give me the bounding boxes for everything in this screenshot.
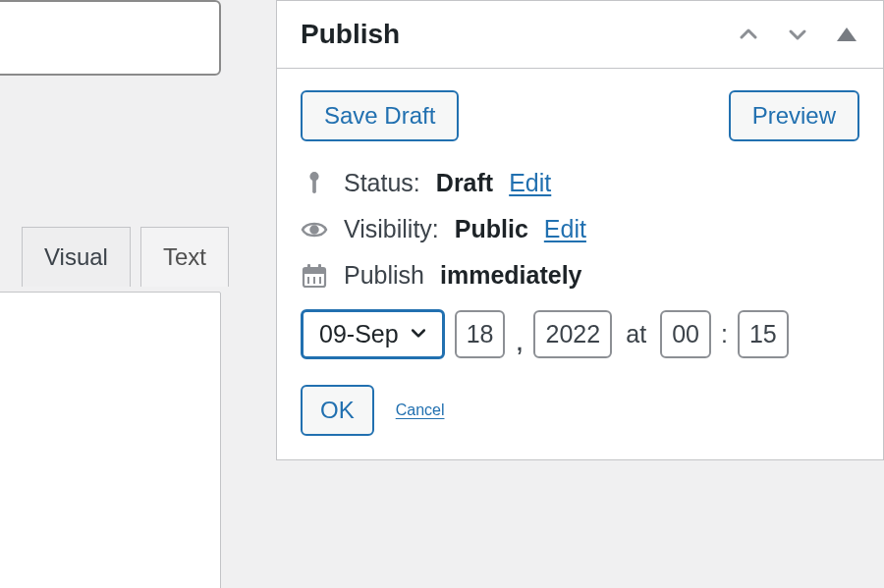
schedule-immediate: immediately	[440, 261, 582, 290]
ok-button[interactable]: OK	[301, 385, 374, 436]
schedule-confirm-row: OK Cancel	[301, 385, 859, 436]
publish-metabox: Publish Save Draft Preview Status: Draft…	[276, 0, 884, 460]
status-label: Status:	[344, 169, 420, 197]
minute-input[interactable]: 15	[738, 310, 789, 358]
svg-rect-4	[304, 268, 325, 274]
status-row: Status: Draft Edit	[301, 169, 859, 197]
chevron-down-icon	[409, 320, 428, 348]
svg-rect-6	[318, 264, 321, 270]
visibility-row: Visibility: Public Edit	[301, 215, 859, 243]
title-input-fragment[interactable]	[0, 0, 221, 76]
at-label: at	[626, 320, 646, 348]
tab-text[interactable]: Text	[140, 227, 229, 287]
comma-separator: ,	[515, 322, 524, 358]
schedule-label: Publish	[344, 261, 424, 290]
month-select[interactable]: 09-Sep	[301, 309, 445, 359]
svg-rect-1	[312, 179, 316, 193]
calendar-icon	[301, 263, 328, 289]
visibility-value: Public	[455, 215, 528, 243]
status-edit-link[interactable]: Edit	[509, 169, 551, 197]
publish-body: Save Draft Preview Status: Draft Edit Vi…	[277, 69, 883, 459]
pin-icon	[301, 170, 328, 197]
publish-title: Publish	[301, 19, 400, 50]
tab-visual[interactable]: Visual	[22, 227, 131, 287]
day-input[interactable]: 18	[455, 310, 506, 358]
move-up-icon[interactable]	[736, 22, 761, 47]
publish-header: Publish	[277, 1, 883, 69]
save-draft-button[interactable]: Save Draft	[301, 90, 459, 141]
move-down-icon[interactable]	[785, 22, 810, 47]
time-colon: :	[721, 320, 728, 348]
editor-tabs: Visual Text	[22, 227, 229, 287]
schedule-label-row: Publish immediately	[301, 261, 859, 290]
preview-button[interactable]: Preview	[729, 90, 859, 141]
editor-body-fragment[interactable]	[0, 292, 221, 588]
cancel-link[interactable]: Cancel	[396, 401, 445, 419]
tab-text-label: Text	[163, 243, 206, 270]
visibility-label: Visibility:	[344, 215, 439, 243]
collapse-toggle-icon[interactable]	[834, 22, 859, 47]
month-select-value: 09-Sep	[319, 320, 399, 348]
svg-point-2	[311, 226, 318, 233]
svg-rect-5	[307, 264, 310, 270]
year-input[interactable]: 2022	[533, 310, 612, 358]
publish-header-actions	[736, 22, 859, 47]
visibility-edit-link[interactable]: Edit	[544, 215, 586, 243]
schedule-inputs-row: 09-Sep 18 , 2022 at 00 : 15	[301, 309, 859, 359]
status-value: Draft	[436, 169, 493, 197]
hour-input[interactable]: 00	[660, 310, 711, 358]
tab-visual-label: Visual	[44, 243, 108, 270]
publish-button-row: Save Draft Preview	[301, 90, 859, 141]
eye-icon	[301, 220, 328, 240]
